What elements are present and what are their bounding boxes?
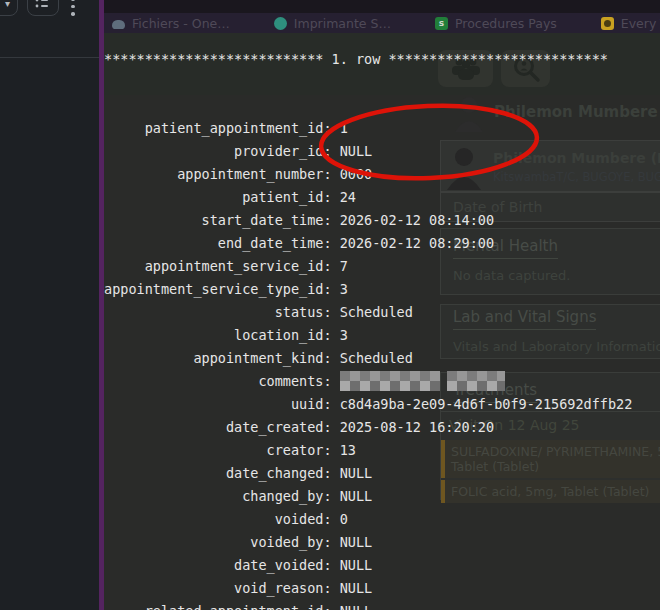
comments-redaction [447, 371, 505, 391]
terminal-row-comments: comments: [104, 370, 632, 393]
terminal-rows: patient_appointment_id: 1 provider_id: N… [104, 117, 632, 610]
left-panel: ▾ [0, 0, 99, 610]
terminal-row-voided: voided: 0 [104, 508, 632, 531]
terminal-row-creator: creator: 13 [104, 439, 632, 462]
terminal-row-provider_id: provider_id: NULL [104, 140, 632, 163]
chevron-down-button[interactable]: ▾ [0, 0, 18, 16]
list-view-icon [28, 0, 56, 13]
comments-redaction [340, 371, 440, 391]
terminal-row-appointment_service_id: appointment_service_id: 7 [104, 255, 632, 278]
chevron-down-icon: ▾ [5, 0, 10, 9]
terminal-row-header: *************************** 1. row *****… [104, 48, 632, 71]
terminal-row-location_id: location_id: 3 [104, 324, 632, 347]
terminal-row-appointment_number: appointment_number: 0000 [104, 163, 632, 186]
terminal-output: *************************** 1. row *****… [104, 2, 632, 610]
terminal-row-start_date_time: start_date_time: 2026-02-12 08:14:00 [104, 209, 632, 232]
terminal-row-status: status: Scheduled [104, 301, 632, 324]
terminal-row-patient_appointment_id: patient_appointment_id: 1 [104, 117, 632, 140]
terminal-row-uuid: uuid: c8d4a9ba-2e09-4d6f-b0f9-215692dffb… [104, 393, 632, 416]
panel-divider [0, 57, 99, 58]
terminal-row-date_changed: date_changed: NULL [104, 462, 632, 485]
terminal-row-end_date_time: end_date_time: 2026-02-12 08:29:00 [104, 232, 632, 255]
terminal-row-date_voided: date_voided: NULL [104, 554, 632, 577]
terminal-row-related_appointment_id: related_appointment_id: NULL [104, 600, 632, 610]
list-view-button[interactable] [27, 0, 59, 16]
terminal-row-void_reason: void_reason: NULL [104, 577, 632, 600]
terminal-row-date_created: date_created: 2025-08-12 16:20:20 [104, 416, 632, 439]
kebab-menu-icon[interactable] [71, 0, 75, 20]
terminal-row-voided_by: voided_by: NULL [104, 531, 632, 554]
terminal-row-patient_id: patient_id: 24 [104, 186, 632, 209]
terminal-row-appointment_service_type_id: appointment_service_type_id: 3 [104, 278, 632, 301]
terminal-row-appointment_kind: appointment_kind: Scheduled [104, 347, 632, 370]
screen: ▾ Fichiers - One…Imprimante S…sProcedure… [0, 0, 660, 610]
terminal-row-changed_by: changed_by: NULL [104, 485, 632, 508]
